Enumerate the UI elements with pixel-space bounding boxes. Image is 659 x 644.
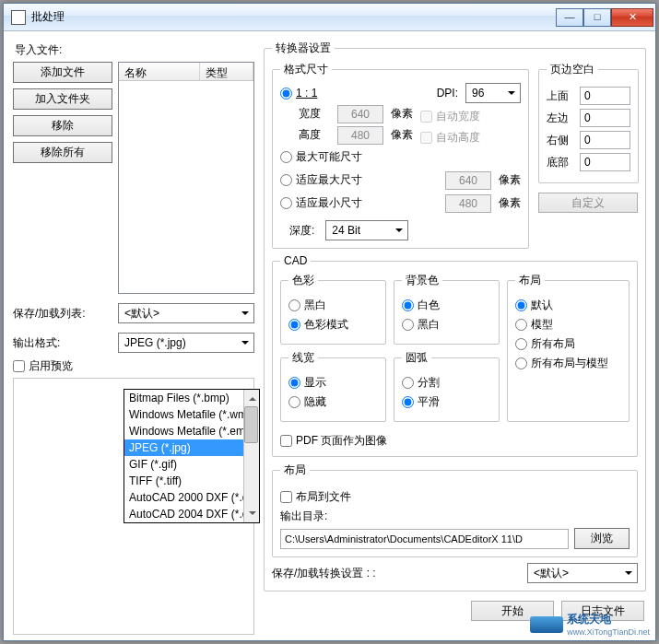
col-name[interactable]: 名称 bbox=[119, 63, 200, 80]
auto-height-checkbox bbox=[420, 132, 432, 144]
save-load-list-combo[interactable]: <默认> bbox=[118, 303, 254, 323]
remove-all-button[interactable]: 移除所有 bbox=[13, 142, 112, 163]
height-input[interactable] bbox=[337, 126, 383, 145]
radio-layout-model[interactable] bbox=[515, 319, 527, 331]
margin-top-input[interactable] bbox=[580, 87, 630, 105]
converter-legend: 转换器设置 bbox=[272, 41, 335, 56]
output-format-dropdown[interactable]: Bitmap Files (*.bmp)Windows Metafile (*.… bbox=[124, 389, 260, 523]
window-title: 批处理 bbox=[31, 9, 556, 25]
radio-layout-all[interactable] bbox=[515, 338, 527, 350]
maximize-button[interactable]: □ bbox=[583, 8, 611, 27]
left-panel: 导入文件: 添加文件 加入文件夹 移除 移除所有 名称 类型 保存/加载列表: bbox=[13, 41, 254, 635]
margin-bottom-input[interactable] bbox=[580, 153, 630, 171]
output-dir-input[interactable] bbox=[280, 529, 569, 549]
radio-color-bw[interactable] bbox=[288, 299, 300, 311]
cad-group: CAD 色彩 黑白 色彩模式 线宽 显示 隐藏 bbox=[272, 254, 638, 457]
dropdown-option[interactable]: Windows Metafile (*.emf) bbox=[124, 423, 259, 439]
radio-layout-default[interactable] bbox=[515, 299, 527, 311]
radio-fit-max[interactable] bbox=[280, 174, 292, 186]
add-file-button[interactable]: 添加文件 bbox=[13, 62, 112, 83]
save-load-list-label: 保存/加载列表: bbox=[13, 306, 112, 322]
radio-color-mode[interactable] bbox=[288, 319, 300, 331]
browse-button[interactable]: 浏览 bbox=[574, 528, 630, 549]
dropdown-option[interactable]: AutoCAD 2000 DXF (*.dxf) bbox=[124, 489, 259, 506]
titlebar[interactable]: 批处理 — □ ✕ bbox=[4, 4, 655, 31]
output-layout-group: 布局 布局到文件 输出目录: 浏览 bbox=[272, 463, 638, 557]
radio-lw-hide[interactable] bbox=[288, 396, 300, 408]
depth-combo[interactable]: 24 Bit bbox=[325, 220, 408, 240]
fit-max-input[interactable] bbox=[445, 171, 491, 190]
add-folder-button[interactable]: 加入文件夹 bbox=[13, 88, 112, 110]
close-button[interactable]: ✕ bbox=[611, 8, 653, 27]
radio-bg-white[interactable] bbox=[402, 299, 414, 311]
dpi-label: DPI: bbox=[437, 87, 458, 100]
dropdown-option[interactable]: Bitmap Files (*.bmp) bbox=[124, 390, 259, 406]
minimize-button[interactable]: — bbox=[556, 8, 583, 27]
watermark: 系统天地 www.XiTongTianDi.net bbox=[530, 612, 650, 637]
dropdown-option[interactable]: GIF (*.gif) bbox=[124, 456, 259, 473]
format-size-group: 格式尺寸 1 : 1 DPI: 96 宽度 像素 自动宽度 bbox=[272, 62, 529, 249]
margin-left-input[interactable] bbox=[580, 109, 630, 127]
save-load-settings-combo[interactable]: <默认> bbox=[527, 563, 638, 583]
margin-right-input[interactable] bbox=[580, 131, 630, 149]
dropdown-option[interactable]: TIFF (*.tiff) bbox=[124, 473, 259, 489]
auto-width-checkbox bbox=[420, 111, 432, 123]
radio-layout-all-model[interactable] bbox=[515, 357, 527, 369]
app-icon bbox=[11, 10, 26, 25]
radio-bg-black[interactable] bbox=[402, 319, 414, 331]
depth-label: 深度: bbox=[289, 223, 314, 239]
enable-preview-label: 启用预览 bbox=[29, 358, 73, 374]
import-label: 导入文件: bbox=[15, 42, 254, 58]
enable-preview-checkbox[interactable] bbox=[13, 360, 25, 372]
radio-lw-show[interactable] bbox=[288, 377, 300, 389]
radio-fit-min[interactable] bbox=[280, 197, 292, 209]
scrollbar-thumb[interactable] bbox=[244, 406, 258, 443]
dpi-combo[interactable]: 96 bbox=[465, 83, 521, 103]
file-list[interactable]: 名称 类型 bbox=[118, 62, 254, 294]
radio-arc-split[interactable] bbox=[402, 377, 414, 389]
window: 批处理 — □ ✕ 导入文件: 添加文件 加入文件夹 移除 移除所有 名称 类型 bbox=[3, 3, 656, 641]
output-format-label: 输出格式: bbox=[13, 335, 112, 351]
right-panel: 转换器设置 格式尺寸 1 : 1 DPI: 96 宽度 像素 bbox=[264, 41, 646, 635]
radio-max-possible[interactable] bbox=[280, 151, 292, 163]
dropdown-option[interactable]: AutoCAD 2004 DXF (*.dxf) bbox=[124, 506, 259, 522]
converter-settings: 转换器设置 格式尺寸 1 : 1 DPI: 96 宽度 像素 bbox=[264, 41, 646, 591]
remove-button[interactable]: 移除 bbox=[13, 115, 112, 136]
width-input[interactable] bbox=[337, 105, 383, 123]
output-dir-label: 输出目录: bbox=[280, 509, 630, 524]
layout-to-file-checkbox[interactable] bbox=[280, 491, 292, 503]
output-format-combo[interactable]: JPEG (*.jpg) bbox=[118, 333, 254, 353]
radio-1to1[interactable] bbox=[280, 88, 292, 100]
radio-arc-smooth[interactable] bbox=[402, 396, 414, 408]
dropdown-option[interactable]: Windows Metafile (*.wmf) bbox=[124, 406, 259, 423]
save-load-settings-label: 保存/加载转换设置 : : bbox=[272, 566, 376, 581]
margin-group: 页边空白 上面 左边 右侧 底部 bbox=[538, 62, 639, 183]
watermark-logo-icon bbox=[530, 616, 563, 633]
pdf-as-image-checkbox[interactable] bbox=[280, 435, 292, 447]
col-type[interactable]: 类型 bbox=[200, 63, 253, 80]
custom-button[interactable]: 自定义 bbox=[538, 193, 638, 213]
dropdown-option[interactable]: JPEG (*.jpg) bbox=[124, 439, 259, 456]
fit-min-input[interactable] bbox=[445, 194, 491, 213]
